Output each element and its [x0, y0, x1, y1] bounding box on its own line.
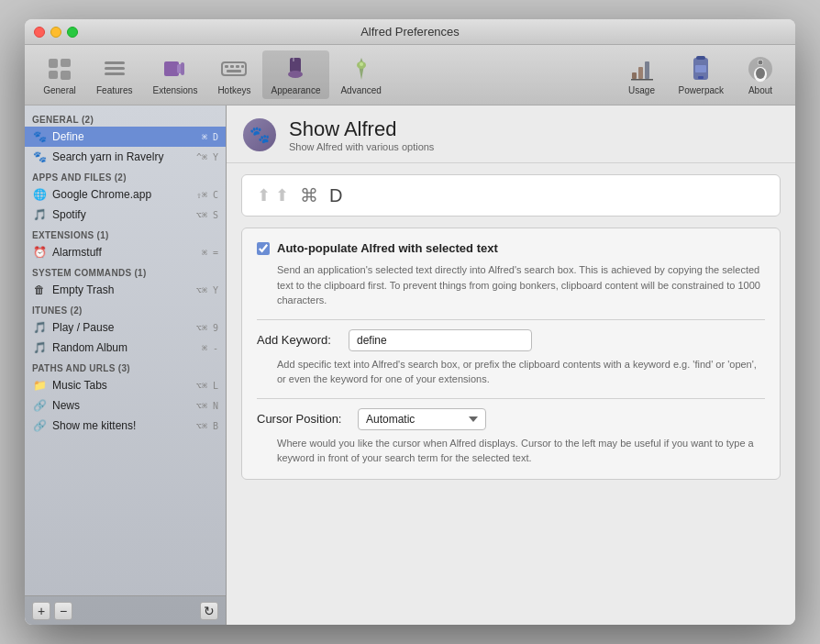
toolbar-btn-hotkeys[interactable]: Hotkeys: [208, 50, 260, 99]
content-subtitle: Show Alfred with various options: [289, 141, 434, 152]
toolbar-btn-extensions[interactable]: Extensions: [143, 50, 206, 99]
sidebar-item-trash[interactable]: 🗑 Empty Trash ⌥⌘ Y: [25, 280, 226, 300]
chrome-icon: 🌐: [32, 187, 47, 202]
svg-rect-16: [290, 58, 301, 72]
news-shortcut: ⌥⌘ N: [196, 401, 218, 411]
appearance-label: Appearance: [271, 85, 321, 95]
sidebar-item-define[interactable]: 🐾 Define ⌘ D: [25, 127, 226, 147]
toolbar-btn-features[interactable]: Features: [87, 50, 141, 99]
sidebar-group-system: SYSTEM COMMANDS (1): [25, 262, 226, 280]
sidebar-group-apps: APPS AND FILES (2): [25, 167, 226, 184]
kittens-name: Show me kittens!: [52, 419, 196, 432]
svg-point-33: [756, 68, 765, 79]
svg-rect-14: [241, 65, 244, 68]
keyword-row-container: Add Keyword: Add specific text into Alfr…: [257, 329, 765, 387]
cursor-label: Cursor Position:: [257, 412, 349, 426]
sidebar-item-playpause[interactable]: 🎵 Play / Pause ⌥⌘ 9: [25, 317, 226, 338]
close-button[interactable]: [34, 27, 45, 38]
content-panel: 🐾 Show Alfred Show Alfred with various o…: [227, 105, 795, 625]
sidebar-item-spotify[interactable]: 🎵 Spotify ⌥⌘ S: [25, 205, 226, 225]
maximize-button[interactable]: [67, 27, 78, 38]
album-name: Random Album: [52, 341, 202, 354]
hotkeys-icon: [219, 54, 249, 83]
titlebar: Alfred Preferences: [25, 19, 795, 45]
auto-populate-checkbox[interactable]: [257, 242, 270, 255]
app-window: Alfred Preferences General: [25, 19, 795, 625]
minimize-button[interactable]: [50, 27, 61, 38]
alarm-shortcut: ⌘ =: [202, 248, 218, 258]
album-shortcut: ⌘ -: [202, 343, 218, 353]
auto-populate-description: Send an application's selected text dire…: [277, 262, 765, 308]
toolbar-btn-powerpack[interactable]: Powerpack: [670, 50, 733, 99]
trash-shortcut: ⌥⌘ Y: [196, 285, 218, 295]
sidebar-item-alarmstuff[interactable]: ⏰ Alarmstuff ⌘ =: [25, 242, 226, 262]
play-icon: 🎵: [32, 320, 47, 335]
toolbar-btn-advanced[interactable]: Advanced: [331, 50, 390, 99]
svg-rect-24: [631, 79, 653, 81]
keyword-input[interactable]: [349, 329, 532, 351]
svg-rect-28: [698, 76, 704, 79]
sidebar-group-general: GENERAL (2): [25, 109, 226, 127]
svg-rect-0: [49, 59, 58, 68]
svg-rect-10: [222, 62, 246, 75]
general-icon: [45, 54, 74, 83]
window-title: Alfred Preferences: [360, 25, 460, 39]
appearance-icon: [281, 54, 310, 83]
advanced-label: Advanced: [340, 85, 381, 95]
refresh-button[interactable]: ↻: [200, 602, 218, 620]
sidebar-item-chrome[interactable]: 🌐 Google Chrome.app ⇧⌘ C: [25, 184, 226, 205]
remove-button[interactable]: −: [54, 602, 72, 620]
sidebar-item-music-tabs[interactable]: 📁 Music Tabs ⌥⌘ L: [25, 375, 226, 395]
cursor-description: Where would you like the cursor when Alf…: [277, 436, 765, 466]
spotify-shortcut: ⌥⌘ S: [196, 210, 218, 220]
chrome-name: Google Chrome.app: [52, 188, 196, 201]
yarn-name: Search yarn in Ravelry: [52, 150, 196, 163]
sidebar-group-extensions: EXTENSIONS (1): [25, 225, 226, 242]
define-icon: 🐾: [32, 129, 47, 144]
chrome-shortcut: ⇧⌘ C: [196, 190, 218, 200]
sidebar-group-itunes: ITUNES (2): [25, 300, 226, 317]
toolbar-btn-about[interactable]: About: [735, 50, 786, 99]
svg-point-20: [360, 62, 363, 66]
svg-rect-26: [696, 56, 705, 60]
features-label: Features: [96, 85, 132, 95]
sidebar-footer: + − ↻: [25, 595, 226, 625]
trash-icon: 🗑: [32, 283, 47, 297]
toolbar-btn-appearance[interactable]: Appearance: [262, 50, 330, 99]
trash-name: Empty Trash: [52, 283, 196, 296]
toolbar-right: Usage Powerpack: [616, 50, 786, 99]
shortcut-box: ⬆ ⬆ ⌘ D: [241, 174, 781, 217]
folder-icon: 📁: [32, 378, 47, 393]
cursor-row-container: Cursor Position: Automatic Start End Whe…: [257, 408, 765, 466]
sidebar-item-kittens[interactable]: 🔗 Show me kittens! ⌥⌘ B: [25, 416, 226, 436]
svg-rect-27: [695, 65, 706, 72]
svg-rect-5: [105, 67, 125, 70]
content-title-area: Show Alfred Show Alfred with various opt…: [289, 117, 434, 152]
cursor-select[interactable]: Automatic Start End: [358, 408, 486, 430]
play-shortcut: ⌥⌘ 9: [196, 323, 218, 333]
usage-label: Usage: [628, 85, 655, 95]
svg-rect-7: [164, 61, 179, 76]
music-tabs-shortcut: ⌥⌘ L: [196, 381, 218, 391]
play-name: Play / Pause: [52, 321, 196, 334]
auto-populate-row: Auto-populate Alfred with selected text …: [257, 241, 765, 308]
svg-point-32: [759, 61, 763, 65]
sidebar-item-random-album[interactable]: 🎵 Random Album ⌘ -: [25, 338, 226, 358]
toolbar-btn-general[interactable]: General: [34, 50, 85, 99]
svg-rect-22: [638, 67, 643, 79]
cursor-row: Cursor Position: Automatic Start End: [257, 408, 765, 430]
svg-rect-3: [61, 71, 71, 80]
extensions-icon: [161, 54, 190, 83]
news-name: News: [52, 399, 196, 412]
sidebar-item-yarn[interactable]: 🐾 Search yarn in Ravelry ^⌘ Y: [25, 147, 226, 167]
sidebar-item-news[interactable]: 🔗 News ⌥⌘ N: [25, 395, 226, 416]
divider-1: [257, 319, 765, 320]
arrow-icons: ⬆ ⬆: [257, 185, 289, 205]
add-button[interactable]: +: [32, 602, 50, 620]
sidebar-list: GENERAL (2) 🐾 Define ⌘ D 🐾 Search yarn i…: [25, 105, 226, 595]
toolbar-btn-usage[interactable]: Usage: [616, 50, 668, 99]
yarn-shortcut: ^⌘ Y: [196, 152, 218, 162]
svg-rect-2: [61, 59, 71, 67]
content-title: Show Alfred: [289, 117, 434, 141]
keyword-row: Add Keyword:: [257, 329, 765, 351]
